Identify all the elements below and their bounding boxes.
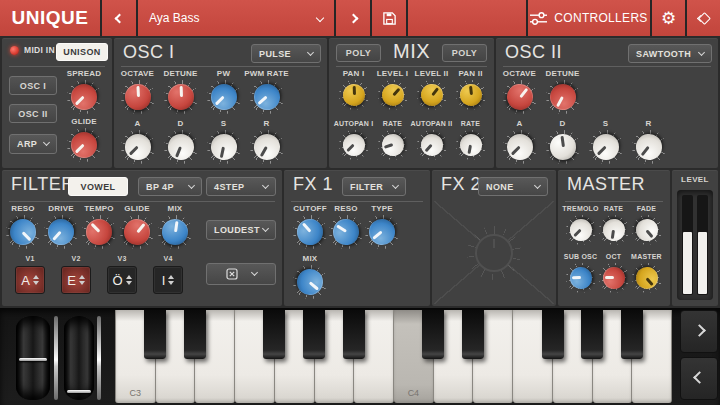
- filter-reso-knob[interactable]: [6, 215, 40, 249]
- tremolo-knob[interactable]: [566, 215, 596, 245]
- sub-osc-knob[interactable]: [566, 263, 596, 293]
- osc1-nav-button[interactable]: OSC I: [9, 76, 57, 95]
- save-button[interactable]: [372, 0, 406, 36]
- glide-knob[interactable]: [67, 128, 101, 162]
- glide-label: GLIDE: [71, 117, 96, 127]
- filter-type-dropdown[interactable]: BP 4P: [138, 177, 202, 196]
- fx1-reso-knob[interactable]: [329, 215, 363, 249]
- black-key[interactable]: [303, 310, 325, 359]
- preset-prev-button[interactable]: [102, 0, 136, 36]
- oct-knob[interactable]: [599, 263, 629, 293]
- knob-label: DRIVE: [48, 204, 73, 214]
- osc2-sustain-knob[interactable]: [589, 130, 623, 164]
- plugin-view-button[interactable]: [687, 0, 720, 36]
- black-key[interactable]: [581, 310, 603, 359]
- knob-label: A: [135, 119, 141, 129]
- black-key[interactable]: [184, 310, 206, 359]
- vowel-order-dropdown[interactable]: LOUDEST: [206, 220, 276, 240]
- divider: [503, 66, 711, 67]
- osc2-wave-dropdown[interactable]: SAWTOOTH: [628, 44, 712, 63]
- black-key[interactable]: [343, 310, 365, 359]
- knob-label: A: [517, 119, 523, 129]
- controllers-button[interactable]: CONTROLLERS: [528, 0, 650, 36]
- osc2-release-knob[interactable]: [632, 130, 666, 164]
- fx2-type-dropdown[interactable]: NONE: [478, 177, 548, 196]
- mod-wheel[interactable]: [64, 316, 94, 400]
- master-title: MASTER: [567, 174, 645, 195]
- osc1-octave-knob[interactable]: [121, 80, 155, 114]
- stepper-arrows-icon[interactable]: [79, 275, 85, 285]
- osc1-decay-knob[interactable]: [164, 130, 198, 164]
- level2-knob[interactable]: [417, 80, 447, 110]
- master-volume-knob[interactable]: [632, 263, 662, 293]
- settings-button[interactable]: ⚙: [652, 0, 685, 36]
- stepper-arrows-icon[interactable]: [126, 275, 132, 285]
- tremolo-rate-knob[interactable]: [599, 215, 629, 245]
- osc2-octave-knob[interactable]: [503, 80, 537, 114]
- poly-toggle-osc1[interactable]: POLY: [336, 44, 381, 62]
- octave-up-button[interactable]: [680, 310, 718, 353]
- osc1-pwm-rate-knob[interactable]: [250, 80, 284, 114]
- osc1-sustain-knob[interactable]: [207, 130, 241, 164]
- vowel-select-v2[interactable]: E: [61, 266, 91, 294]
- divider: [9, 66, 105, 67]
- arp-dropdown[interactable]: ARP: [9, 134, 57, 154]
- black-key[interactable]: [542, 310, 564, 359]
- filter-glide-knob[interactable]: [120, 215, 154, 249]
- vowel-select-v4[interactable]: I: [153, 266, 183, 294]
- osc1-detune-knob[interactable]: [164, 80, 198, 114]
- pitch-wheel-track: [54, 316, 58, 400]
- knob-label: OCT: [606, 252, 621, 262]
- filter-seq-dropdown[interactable]: 4STEP: [206, 177, 276, 196]
- fx1-type-knob[interactable]: [365, 215, 399, 249]
- osc1-attack-knob[interactable]: [121, 130, 155, 164]
- osc1-wave-dropdown[interactable]: PULSE: [251, 44, 321, 63]
- filter-drive-knob[interactable]: [44, 215, 78, 249]
- autopan1-knob[interactable]: [339, 130, 369, 160]
- osc1-release-knob[interactable]: [250, 130, 284, 164]
- pan2-knob[interactable]: [456, 80, 486, 110]
- fx1-mix-knob[interactable]: [293, 265, 327, 299]
- black-key[interactable]: [263, 310, 285, 359]
- unison-toggle[interactable]: UNISON: [56, 43, 108, 61]
- black-key[interactable]: [621, 310, 643, 359]
- knob-label: CUTOFF: [293, 204, 327, 214]
- fx1-cutoff-knob[interactable]: [293, 215, 327, 249]
- pitch-wheel[interactable]: [16, 316, 50, 400]
- fx1-type-dropdown[interactable]: FILTER: [342, 177, 406, 196]
- spread-knob[interactable]: [67, 80, 101, 114]
- autopan2-rate-knob[interactable]: [456, 130, 486, 160]
- preset-name: Aya Bass: [149, 11, 199, 25]
- osc1-pw-knob[interactable]: [207, 80, 241, 114]
- black-key[interactable]: [462, 310, 484, 359]
- black-key[interactable]: [422, 310, 444, 359]
- octave-down-button[interactable]: [680, 357, 718, 400]
- stepper-arrows-icon[interactable]: [33, 275, 39, 285]
- mod-wheel-marker: [67, 390, 91, 393]
- knob-label: PWM RATE: [244, 69, 289, 79]
- preset-selector[interactable]: Aya Bass: [138, 0, 334, 36]
- stepper-arrows-icon[interactable]: [168, 275, 174, 285]
- autopan1-rate-knob[interactable]: [378, 130, 408, 160]
- poly-toggle-osc2[interactable]: POLY: [442, 44, 487, 62]
- filter-tempo-knob[interactable]: [82, 215, 116, 249]
- vowel-select-v1[interactable]: A: [15, 266, 45, 294]
- osc2-attack-knob[interactable]: [503, 130, 537, 164]
- filter-mix-knob[interactable]: [158, 215, 192, 249]
- osc2-nav-button[interactable]: OSC II: [9, 104, 57, 123]
- osc2-decay-knob[interactable]: [546, 130, 580, 164]
- osc2-detune-knob[interactable]: [546, 80, 580, 114]
- chevron-down-icon: [534, 181, 541, 188]
- chevron-down-icon: [262, 181, 269, 188]
- autopan2-knob[interactable]: [417, 130, 447, 160]
- fade-knob[interactable]: [632, 215, 662, 245]
- keyboard-section: C3C4: [0, 308, 720, 405]
- pan1-knob[interactable]: [339, 80, 369, 110]
- vowel-select-v3[interactable]: Ö: [107, 266, 137, 294]
- level1-knob[interactable]: [378, 80, 408, 110]
- preset-next-button[interactable]: [336, 0, 370, 36]
- piano-keyboard[interactable]: C3C4: [115, 310, 672, 403]
- filter-mode-button[interactable]: VOWEL: [68, 177, 128, 196]
- black-key[interactable]: [144, 310, 166, 359]
- seq-pattern-dropdown[interactable]: [206, 263, 276, 285]
